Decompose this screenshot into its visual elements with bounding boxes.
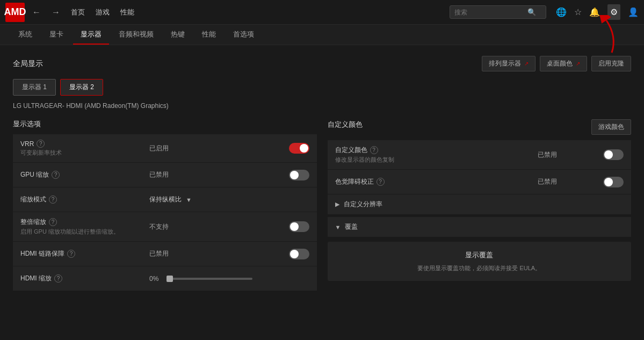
integer-scale-value: 不支持: [149, 222, 277, 232]
user-icon[interactable]: 👤: [628, 7, 639, 17]
custom-resolution-expand-row[interactable]: ▶ 自定义分辨率: [328, 194, 632, 215]
hdmi-scale-value: 0%: [149, 275, 162, 283]
custom-resolution-label: 自定义分辨率: [344, 200, 382, 209]
search-icon: 🔍: [527, 8, 536, 16]
custom-color-header: 自定义颜色 游戏颜色: [328, 119, 632, 135]
integer-scale-toggle[interactable]: [289, 221, 309, 232]
bell-icon[interactable]: 🔔: [589, 7, 600, 17]
search-box: 🔍: [450, 5, 546, 19]
custom-color-label: 自定义颜色: [335, 146, 367, 155]
nav-home[interactable]: 首页: [68, 8, 88, 17]
amd-logo: AMD: [5, 3, 25, 22]
display-tab-2[interactable]: 显示器 2: [60, 79, 103, 96]
nav-games[interactable]: 游戏: [92, 8, 113, 17]
arrange-displays-button[interactable]: 排列显示器 ↗: [482, 56, 536, 71]
topbar: AMD ← → 首页 游戏 性能 🔍 🌐 ☆ 🔔 ⚙ 👤: [0, 0, 644, 25]
scale-mode-help-icon[interactable]: ?: [49, 196, 57, 204]
gpu-scale-label: GPU 缩放: [20, 170, 49, 179]
globe-icon[interactable]: 🌐: [556, 7, 567, 17]
scale-mode-setting-row: 缩放模式 ? 保持纵横比 ▼: [13, 187, 317, 212]
overlay-title: 显示覆盖: [336, 250, 623, 260]
gpu-scale-setting-row: GPU 缩放 ? 已禁用: [13, 163, 317, 187]
desktop-color-arrow-icon: ↗: [576, 61, 580, 67]
display-tabs: 显示器 1 显示器 2: [13, 79, 631, 96]
custom-color-column: 自定义颜色 游戏颜色 自定义颜色 ? 修改显示器的颜色复制 已禁用: [328, 119, 632, 340]
color-blind-setting-row: 色觉障碍校正 ? 已禁用: [328, 170, 632, 194]
tab-system[interactable]: 系统: [11, 25, 40, 45]
nav-tabs: 系统 显卡 显示器 音频和视频 热键 性能 首选项: [0, 25, 644, 45]
hdmi-scale-help-icon[interactable]: ?: [54, 274, 62, 283]
hdmi-link-help-icon[interactable]: ?: [67, 250, 75, 258]
vrr-toggle[interactable]: [289, 143, 309, 154]
hdmi-link-label: HDMI 链路保障: [20, 249, 64, 258]
gpu-scale-toggle[interactable]: [289, 170, 309, 180]
global-display-header: 全局显示 排列显示器 ↗ 桌面颜色 ↗ 启用克隆: [13, 56, 631, 71]
two-column-layout: 显示选项 VRR ? 可变刷新率技术 已启用: [13, 119, 631, 340]
tab-gpu[interactable]: 显卡: [42, 25, 71, 45]
integer-scale-help-icon[interactable]: ?: [49, 218, 57, 226]
gpu-scale-value: 已禁用: [149, 170, 277, 179]
main-content: 全局显示 排列显示器 ↗ 桌面颜色 ↗ 启用克隆 显示器 1 显示器 2 LG …: [0, 45, 644, 340]
color-blind-label: 色觉障碍校正: [335, 177, 374, 186]
settings-icon[interactable]: ⚙: [607, 4, 620, 20]
hdmi-link-toggle[interactable]: [289, 249, 309, 259]
hdmi-scale-setting-row: HDMI 缩放 ? 0%: [13, 266, 317, 291]
custom-color-sublabel: 修改显示器的颜色复制: [335, 156, 538, 164]
hdmi-scale-thumb[interactable]: [167, 276, 173, 282]
integer-scale-setting-row: 整倍缩放 ? 启用 GPU 缩放功能以进行整倍缩放。 不支持: [13, 212, 317, 242]
color-blind-toggle[interactable]: [603, 177, 624, 187]
display-tab-1[interactable]: 显示器 1: [13, 79, 56, 96]
custom-resolution-chevron-icon: ▶: [335, 201, 339, 208]
gpu-scale-help-icon[interactable]: ?: [52, 171, 60, 179]
enable-clone-button[interactable]: 启用克隆: [591, 56, 631, 71]
scale-mode-dropdown-arrow: ▼: [186, 197, 192, 203]
integer-scale-sublabel: 启用 GPU 缩放功能以进行整倍缩放。: [20, 228, 149, 236]
search-input[interactable]: [454, 9, 524, 16]
tab-hotkeys[interactable]: 热键: [163, 25, 192, 45]
display-options-column: 显示选项 VRR ? 可变刷新率技术 已启用: [13, 119, 317, 340]
nav-performance[interactable]: 性能: [117, 8, 138, 17]
overlay-desc: 要使用显示覆盖功能，必须阅读并接受 EULA。: [336, 264, 623, 272]
overlay-expand-row[interactable]: ▼ 覆盖: [328, 217, 632, 237]
overlay-section: 显示覆盖 要使用显示覆盖功能，必须阅读并接受 EULA。: [328, 242, 632, 281]
tab-audio-video[interactable]: 音频和视频: [111, 25, 161, 45]
hdmi-scale-label: HDMI 缩放: [20, 274, 52, 283]
tab-display[interactable]: 显示器: [73, 25, 109, 45]
vrr-setting-row: VRR ? 可变刷新率技术 已启用: [13, 134, 317, 163]
desktop-color-button[interactable]: 桌面颜色 ↗: [540, 56, 587, 71]
custom-color-title: 自定义颜色: [328, 120, 363, 129]
forward-button[interactable]: →: [48, 5, 63, 19]
overlay-label: 覆盖: [345, 222, 358, 232]
vrr-sublabel: 可变刷新率技术: [20, 149, 149, 157]
hdmi-scale-slider-container: 0%: [149, 275, 277, 283]
color-blind-value: 已禁用: [538, 177, 602, 186]
back-button[interactable]: ←: [29, 5, 44, 19]
star-icon[interactable]: ☆: [574, 7, 582, 17]
header-buttons: 排列显示器 ↗ 桌面颜色 ↗ 启用克隆: [482, 56, 631, 71]
hdmi-scale-track[interactable]: [167, 278, 252, 280]
hdmi-link-setting-row: HDMI 链路保障 ? 已禁用: [13, 242, 317, 266]
tab-performance[interactable]: 性能: [194, 25, 223, 45]
game-color-button[interactable]: 游戏颜色: [591, 119, 631, 135]
integer-scale-label: 整倍缩放: [20, 218, 46, 227]
display-options-title: 显示选项: [13, 119, 317, 129]
hdmi-link-value: 已禁用: [149, 249, 277, 258]
vrr-label: VRR: [20, 140, 34, 148]
tab-preferences[interactable]: 首选项: [226, 25, 262, 45]
color-blind-help-icon[interactable]: ?: [377, 178, 385, 186]
overlay-chevron-icon: ▼: [335, 224, 341, 230]
arrange-arrow-icon: ↗: [524, 61, 529, 67]
custom-color-toggle[interactable]: [603, 149, 624, 160]
vrr-help-icon[interactable]: ?: [37, 140, 45, 148]
vrr-value: 已启用: [149, 144, 277, 153]
custom-color-value: 已禁用: [538, 150, 602, 160]
monitor-name: LG ULTRAGEAR- HDMI (AMD Radeon(TM) Graph…: [13, 102, 631, 110]
custom-color-setting-row: 自定义颜色 ? 修改显示器的颜色复制 已禁用: [328, 140, 632, 170]
global-display-title: 全局显示: [13, 59, 43, 69]
topbar-icons: 🌐 ☆ 🔔 ⚙ 👤: [556, 4, 639, 20]
scale-mode-dropdown[interactable]: 保持纵横比 ▼: [149, 195, 277, 204]
custom-color-help-icon[interactable]: ?: [370, 146, 378, 154]
scale-mode-label: 缩放模式: [20, 195, 46, 204]
